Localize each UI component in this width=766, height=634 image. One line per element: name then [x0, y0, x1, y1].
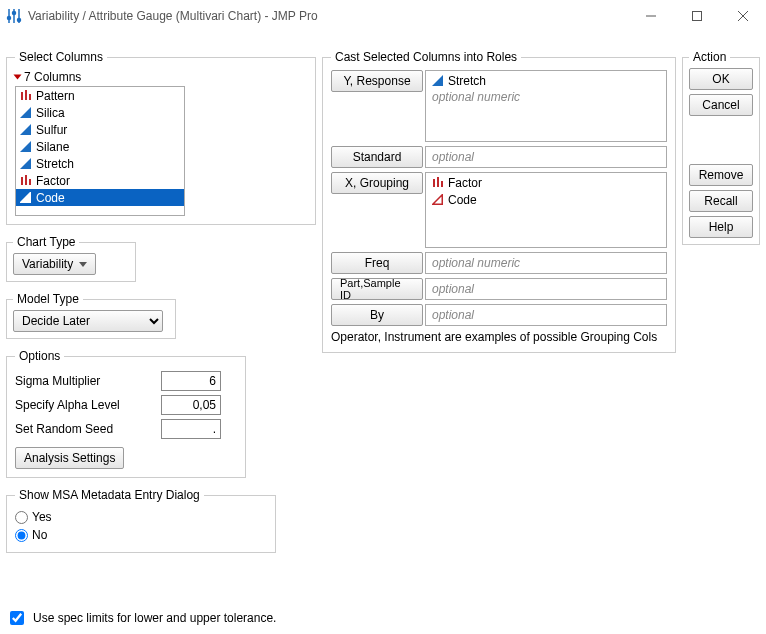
column-silica[interactable]: Silica [16, 104, 184, 121]
alpha-label: Specify Alpha Level [15, 398, 155, 412]
standard-placeholder: optional [432, 150, 660, 164]
column-label: Factor [36, 174, 70, 188]
tri-blue-icon [20, 107, 32, 119]
seed-input[interactable] [161, 419, 221, 439]
help-button[interactable]: Help [689, 216, 753, 238]
svg-point-10 [18, 18, 21, 21]
select-columns-legend: Select Columns [15, 50, 107, 64]
standard-button[interactable]: Standard [331, 146, 423, 168]
ok-button[interactable]: OK [689, 68, 753, 90]
y-response-box[interactable]: Stretchoptional numeric [425, 70, 667, 142]
x-grouping-box[interactable]: FactorCode [425, 172, 667, 248]
standard-box[interactable]: optional [425, 146, 667, 168]
part-sample-box[interactable]: optional [425, 278, 667, 300]
svg-point-8 [8, 16, 11, 19]
role-item[interactable]: Factor [432, 175, 660, 191]
y-placeholder: optional numeric [432, 90, 660, 104]
msa-legend: Show MSA Metadata Entry Dialog [15, 488, 204, 502]
window-title: Variability / Attribute Gauge (Multivari… [28, 9, 628, 23]
column-label: Silane [36, 140, 69, 154]
app-icon [6, 8, 22, 24]
x-grouping-button[interactable]: X, Grouping [331, 172, 423, 194]
column-stretch[interactable]: Stretch [16, 155, 184, 172]
bars-red-icon [20, 175, 32, 187]
tri-blue-icon [20, 141, 32, 153]
cancel-button[interactable]: Cancel [689, 94, 753, 116]
column-label: Silica [36, 106, 65, 120]
bars-red-icon [20, 90, 32, 102]
model-type-legend: Model Type [13, 292, 83, 306]
model-type-group: Model Type Decide Later [6, 292, 176, 339]
tri-blue-icon [432, 75, 444, 87]
model-type-select[interactable]: Decide Later [13, 310, 163, 332]
sigma-input[interactable] [161, 371, 221, 391]
column-pattern[interactable]: Pattern [16, 87, 184, 104]
analysis-settings-button[interactable]: Analysis Settings [15, 447, 124, 469]
column-label: Sulfur [36, 123, 67, 137]
svg-point-9 [13, 11, 16, 14]
msa-group: Show MSA Metadata Entry Dialog Yes No [6, 488, 276, 553]
role-item-label: Stretch [448, 74, 486, 88]
freq-button[interactable]: Freq [331, 252, 423, 274]
columns-count: 7 Columns [24, 70, 81, 84]
sigma-label: Sigma Multiplier [15, 374, 155, 388]
tri-outline-red-icon [20, 192, 32, 204]
msa-yes-label: Yes [32, 510, 52, 524]
options-legend: Options [15, 349, 64, 363]
close-button[interactable] [720, 0, 766, 31]
column-label: Pattern [36, 89, 75, 103]
part-sample-button[interactable]: Part,Sample ID [331, 278, 423, 300]
by-button[interactable]: By [331, 304, 423, 326]
roles-legend: Cast Selected Columns into Roles [331, 50, 521, 64]
svg-rect-12 [693, 11, 702, 20]
roles-hint: Operator, Instrument are examples of pos… [331, 330, 667, 344]
maximize-button[interactable] [674, 0, 720, 31]
by-placeholder: optional [432, 308, 660, 322]
minimize-button[interactable] [628, 0, 674, 31]
recall-button[interactable]: Recall [689, 190, 753, 212]
tri-blue-icon [20, 124, 32, 136]
role-item[interactable]: Code [432, 192, 660, 208]
y-response-button[interactable]: Y, Response [331, 70, 423, 92]
msa-no-radio[interactable] [15, 529, 28, 542]
column-factor[interactable]: Factor [16, 172, 184, 189]
remove-button[interactable]: Remove [689, 164, 753, 186]
disclosure-icon[interactable] [14, 75, 22, 80]
bars-red-icon [432, 177, 444, 189]
seed-label: Set Random Seed [15, 422, 155, 436]
columns-list[interactable]: PatternSilicaSulfurSilaneStretchFactorCo… [15, 86, 185, 216]
by-box[interactable]: optional [425, 304, 667, 326]
tri-blue-icon [20, 158, 32, 170]
alpha-input[interactable] [161, 395, 221, 415]
part-placeholder: optional [432, 282, 660, 296]
select-columns-group: Select Columns 7 Columns PatternSilicaSu… [6, 50, 316, 225]
action-legend: Action [689, 50, 730, 64]
column-code[interactable]: Code [16, 189, 184, 206]
spec-limits-row: Use spec limits for lower and upper tole… [6, 608, 276, 628]
spec-limits-label: Use spec limits for lower and upper tole… [33, 611, 276, 625]
spec-limits-checkbox[interactable] [10, 611, 24, 625]
roles-group: Cast Selected Columns into Roles Y, Resp… [322, 50, 676, 353]
freq-box[interactable]: optional numeric [425, 252, 667, 274]
title-bar: Variability / Attribute Gauge (Multivari… [0, 0, 766, 32]
msa-no-label: No [32, 528, 47, 542]
tri-outline-red-icon [432, 194, 444, 206]
role-item[interactable]: Stretch [432, 73, 660, 89]
freq-placeholder: optional numeric [432, 256, 660, 270]
chart-type-legend: Chart Type [13, 235, 79, 249]
column-label: Code [36, 191, 65, 205]
action-group: Action OK Cancel Remove Recall Help [682, 50, 760, 245]
options-group: Options Sigma Multiplier Specify Alpha L… [6, 349, 246, 478]
column-silane[interactable]: Silane [16, 138, 184, 155]
role-item-label: Code [448, 193, 477, 207]
column-sulfur[interactable]: Sulfur [16, 121, 184, 138]
chart-type-select[interactable]: Variability [13, 253, 96, 275]
chart-type-group: Chart Type Variability [6, 235, 136, 282]
role-item-label: Factor [448, 176, 482, 190]
column-label: Stretch [36, 157, 74, 171]
msa-yes-radio[interactable] [15, 511, 28, 524]
